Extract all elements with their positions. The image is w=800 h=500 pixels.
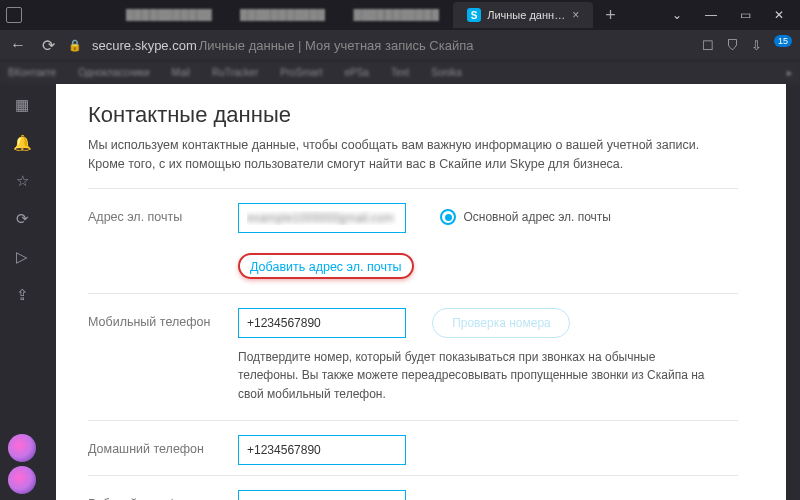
divider: [88, 188, 738, 189]
bookmark-item[interactable]: ePSa: [344, 67, 368, 78]
page-heading: Контактные данные: [88, 102, 738, 128]
tab-strip: ███████████ ███████████ ███████████ S Ли…: [112, 0, 662, 30]
email-label: Адрес эл. почты: [88, 203, 238, 224]
add-email-highlight: Добавить адрес эл. почты: [238, 253, 414, 279]
work-phone-row: Рабочий телефон: [88, 490, 738, 500]
download-icon[interactable]: ⇩: [751, 38, 762, 53]
skype-icon: S: [467, 8, 481, 22]
tab-inactive[interactable]: ███████████: [112, 2, 226, 28]
star-icon[interactable]: ☆: [16, 172, 29, 190]
window-controls: ⌄ — ▭ ✕: [662, 3, 794, 27]
home-phone-label: Домашний телефон: [88, 435, 238, 456]
mobile-input[interactable]: [238, 308, 406, 338]
tab-active[interactable]: S Личные данные | Мо ×: [453, 2, 593, 28]
shield-icon[interactable]: ⛉: [726, 38, 739, 53]
primary-email-radio[interactable]: Основной адрес эл. почты: [440, 209, 611, 225]
url-display[interactable]: secure.skype.com Личные данные | Моя уче…: [92, 38, 474, 53]
tab-title: Личные данные | Мо: [487, 9, 566, 21]
email-row: Адрес эл. почты Основной адрес эл. почты: [88, 203, 738, 233]
divider: [88, 293, 738, 294]
close-tab-icon[interactable]: ×: [572, 8, 579, 22]
maximize-button[interactable]: ▭: [730, 3, 760, 27]
tab-inactive[interactable]: ███████████: [339, 2, 453, 28]
bell-icon[interactable]: 🔔: [13, 134, 32, 152]
lock-icon: 🔒: [68, 39, 82, 52]
bookmark-icon[interactable]: ☐: [702, 38, 714, 53]
tab-inactive[interactable]: ███████████: [226, 2, 340, 28]
window-titlebar: ███████████ ███████████ ███████████ S Ли…: [0, 0, 800, 30]
primary-email-label: Основной адрес эл. почты: [463, 210, 611, 224]
bookmark-item[interactable]: ProSmart: [280, 67, 322, 78]
mobile-row: Мобильный телефон Проверка номера: [88, 308, 738, 338]
play-icon[interactable]: ▷: [16, 248, 28, 266]
divider: [88, 475, 738, 476]
add-email-link[interactable]: Добавить адрес эл. почты: [250, 260, 402, 274]
address-bar: ← ⟳ 🔒 secure.skype.com Личные данные | М…: [0, 30, 800, 60]
bookmark-item[interactable]: Text: [391, 67, 409, 78]
apps-icon[interactable]: ▦: [15, 96, 29, 114]
home-phone-row: Домашний телефон: [88, 435, 738, 465]
verify-number-button[interactable]: Проверка номера: [432, 308, 570, 338]
page-content: Контактные данные Мы используем контактн…: [56, 84, 786, 500]
home-phone-input[interactable]: [238, 435, 406, 465]
divider: [88, 420, 738, 421]
bookmark-overflow[interactable]: ▸: [787, 67, 792, 78]
bookmarks-bar: ВКонтакте Одноклассники Mail RuTracker P…: [0, 60, 800, 84]
work-phone-input[interactable]: [238, 490, 406, 500]
close-window-button[interactable]: ✕: [764, 3, 794, 27]
bookmark-item[interactable]: Mail: [172, 67, 190, 78]
radio-checked-icon: [440, 209, 456, 225]
bookmark-item[interactable]: ВКонтакте: [8, 67, 56, 78]
reload-button[interactable]: ⟳: [38, 36, 58, 55]
bookmark-item[interactable]: RuTracker: [212, 67, 258, 78]
url-domain: secure.skype.com: [92, 38, 197, 53]
share-icon[interactable]: ⇪: [16, 286, 29, 304]
avatar[interactable]: [8, 434, 36, 462]
history-icon[interactable]: ⟳: [16, 210, 29, 228]
page-scroll[interactable]: Контактные данные Мы используем контактн…: [56, 84, 786, 500]
new-tab-button[interactable]: +: [593, 5, 628, 26]
hide-button[interactable]: ⌄: [662, 3, 692, 27]
minimize-button[interactable]: —: [696, 3, 726, 27]
mobile-label: Мобильный телефон: [88, 308, 238, 329]
work-phone-label: Рабочий телефон: [88, 490, 238, 500]
download-badge: 15: [774, 35, 792, 47]
email-input[interactable]: [238, 203, 406, 233]
url-path: Личные данные | Моя учетная запись Скайп…: [199, 38, 474, 53]
bookmark-item[interactable]: Sonika: [431, 67, 462, 78]
back-button[interactable]: ←: [8, 36, 28, 54]
bookmark-item[interactable]: Одноклассники: [78, 67, 149, 78]
avatar[interactable]: [8, 466, 36, 494]
mobile-help-text: Подтвердите номер, который будет показыв…: [238, 348, 718, 404]
app-icon: [6, 7, 22, 23]
page-intro: Мы используем контактные данные, чтобы с…: [88, 136, 708, 174]
